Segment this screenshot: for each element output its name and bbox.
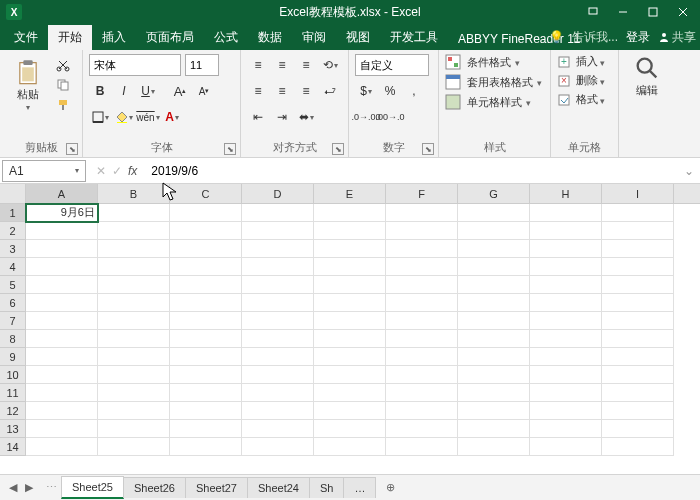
col-header[interactable]: G: [458, 184, 530, 204]
minimize-button[interactable]: [608, 0, 638, 24]
cell[interactable]: [458, 330, 530, 348]
ribbon-options-icon[interactable]: [578, 0, 608, 24]
col-header[interactable]: A: [26, 184, 98, 204]
cell[interactable]: [26, 420, 98, 438]
increase-decimal-button[interactable]: .0→.00: [355, 106, 377, 128]
underline-button[interactable]: U: [137, 80, 159, 102]
cell[interactable]: [26, 294, 98, 312]
decrease-decimal-button[interactable]: .00→.0: [379, 106, 401, 128]
cell[interactable]: 9月6日: [26, 204, 98, 222]
cell[interactable]: [386, 330, 458, 348]
cell[interactable]: [458, 366, 530, 384]
cell[interactable]: [170, 240, 242, 258]
sheet-tab[interactable]: Sh: [309, 477, 344, 498]
wrap-text-button[interactable]: ⮐: [319, 80, 341, 102]
cell[interactable]: [170, 402, 242, 420]
cell[interactable]: [98, 240, 170, 258]
cell[interactable]: [98, 348, 170, 366]
spreadsheet-grid[interactable]: A B C D E F G H I 19月6日23456789101112131…: [0, 184, 700, 474]
cell[interactable]: [530, 312, 602, 330]
cell[interactable]: [530, 276, 602, 294]
formula-input[interactable]: [145, 160, 678, 182]
font-name-input[interactable]: [89, 54, 181, 76]
cell[interactable]: [242, 276, 314, 294]
fx-icon[interactable]: fx: [128, 164, 137, 178]
find-select-button[interactable]: 编辑: [625, 54, 669, 96]
cell[interactable]: [26, 222, 98, 240]
cell[interactable]: [602, 240, 674, 258]
merge-button[interactable]: ⬌: [295, 106, 317, 128]
col-header[interactable]: E: [314, 184, 386, 204]
tab-developer[interactable]: 开发工具: [380, 25, 448, 50]
cell[interactable]: [314, 312, 386, 330]
sheet-tab[interactable]: Sheet24: [247, 477, 310, 498]
cancel-icon[interactable]: ✕: [96, 164, 106, 178]
cell[interactable]: [530, 420, 602, 438]
cell[interactable]: [602, 330, 674, 348]
comma-button[interactable]: ,: [403, 80, 425, 102]
cell[interactable]: [314, 276, 386, 294]
tab-insert[interactable]: 插入: [92, 25, 136, 50]
tab-data[interactable]: 数据: [248, 25, 292, 50]
font-size-input[interactable]: [185, 54, 219, 76]
cell[interactable]: [314, 438, 386, 456]
cell[interactable]: [602, 402, 674, 420]
cell[interactable]: [26, 402, 98, 420]
cell[interactable]: [242, 330, 314, 348]
cell[interactable]: [530, 384, 602, 402]
cell[interactable]: [314, 384, 386, 402]
number-dialog-icon[interactable]: ⬊: [422, 143, 434, 155]
tab-pagelayout[interactable]: 页面布局: [136, 25, 204, 50]
align-left-button[interactable]: ≡: [247, 80, 269, 102]
cut-button[interactable]: [54, 56, 72, 74]
row-header[interactable]: 6: [0, 294, 26, 312]
cell[interactable]: [530, 330, 602, 348]
cell[interactable]: [458, 384, 530, 402]
align-dialog-icon[interactable]: ⬊: [332, 143, 344, 155]
font-color-button[interactable]: A: [161, 106, 183, 128]
cell[interactable]: [314, 402, 386, 420]
row-header[interactable]: 7: [0, 312, 26, 330]
align-middle-button[interactable]: ≡: [271, 54, 293, 76]
maximize-button[interactable]: [638, 0, 668, 24]
row-header[interactable]: 2: [0, 222, 26, 240]
cell[interactable]: [242, 258, 314, 276]
cell[interactable]: [98, 312, 170, 330]
orientation-button[interactable]: ⟲: [319, 54, 341, 76]
row-header[interactable]: 4: [0, 258, 26, 276]
increase-font-button[interactable]: A▴: [169, 80, 191, 102]
cell[interactable]: [386, 420, 458, 438]
cell[interactable]: [602, 384, 674, 402]
align-right-button[interactable]: ≡: [295, 80, 317, 102]
cell[interactable]: [458, 258, 530, 276]
cell[interactable]: [170, 204, 242, 222]
cell[interactable]: [98, 438, 170, 456]
cell[interactable]: [26, 240, 98, 258]
cell[interactable]: [386, 402, 458, 420]
italic-button[interactable]: I: [113, 80, 135, 102]
cell[interactable]: [242, 366, 314, 384]
cell[interactable]: [170, 384, 242, 402]
name-box[interactable]: A1▾: [2, 160, 86, 182]
cell[interactable]: [170, 420, 242, 438]
table-format-button[interactable]: 套用表格格式: [445, 74, 544, 90]
cell[interactable]: [458, 438, 530, 456]
delete-cells-button[interactable]: ×删除: [557, 73, 612, 88]
cell[interactable]: [26, 258, 98, 276]
tab-view[interactable]: 视图: [336, 25, 380, 50]
cell[interactable]: [602, 438, 674, 456]
tell-me[interactable]: 告诉我...: [572, 29, 618, 46]
row-header[interactable]: 1: [0, 204, 26, 222]
row-header[interactable]: 11: [0, 384, 26, 402]
cell[interactable]: [242, 294, 314, 312]
cell[interactable]: [602, 348, 674, 366]
cell[interactable]: [170, 438, 242, 456]
cell[interactable]: [26, 330, 98, 348]
sheet-tab[interactable]: Sheet25: [61, 476, 124, 499]
align-top-button[interactable]: ≡: [247, 54, 269, 76]
enter-icon[interactable]: ✓: [112, 164, 122, 178]
cell[interactable]: [458, 312, 530, 330]
col-header[interactable]: D: [242, 184, 314, 204]
cell[interactable]: [386, 240, 458, 258]
cell[interactable]: [26, 366, 98, 384]
